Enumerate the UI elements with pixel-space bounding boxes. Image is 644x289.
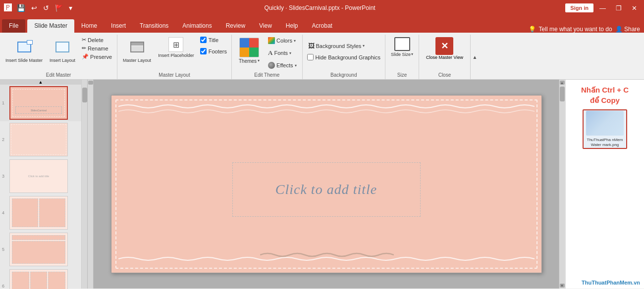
slide-editing-area: Click to add title ▲ ▼	[88, 80, 565, 289]
undo-qat-button[interactable]: ↩	[29, 3, 39, 13]
insert-layout-button[interactable]: Insert Layout	[47, 36, 78, 65]
wavy-top-decoration-2	[118, 107, 535, 115]
slide-thumb-1[interactable]: 1 SlidesCarnival	[0, 85, 81, 121]
insert-slide-master-icon	[15, 37, 33, 57]
tab-file[interactable]: File	[2, 19, 25, 33]
themes-label: Themes	[239, 58, 257, 64]
slide-num-5: 5	[2, 247, 8, 252]
thumb-cell-6c	[48, 272, 65, 289]
edit-theme-content: Themes ▾ Colors ▾ A Fonts ▾ Effec	[235, 36, 299, 71]
background-styles-button[interactable]: 🖼 Background Styles ▾	[306, 41, 382, 51]
slide-size-label: Slide Size	[391, 52, 411, 57]
hide-background-row[interactable]: Hide Background Graphics	[306, 53, 382, 61]
close-master-view-button[interactable]: ✕ Close Master View	[422, 36, 467, 62]
thumb-title-1: SlidesCarnival	[15, 106, 62, 114]
close-group-label: Close	[422, 71, 467, 79]
effects-icon	[268, 62, 275, 69]
slide-thumb-4[interactable]: 4	[0, 194, 81, 231]
footers-checkbox[interactable]	[200, 48, 207, 54]
lightbulb-icon: 💡	[529, 26, 536, 33]
colors-button[interactable]: Colors ▾	[266, 36, 299, 46]
right-panel: Nhấn Ctrl + Cđể Copy ThuThuatPha nMem Wa…	[565, 80, 644, 289]
slide-num-6: 6	[2, 284, 8, 289]
scroll-up-button[interactable]: ▲	[0, 80, 81, 85]
signin-button[interactable]: Sign in	[565, 3, 593, 12]
edit-master-content: Insert Slide Master Insert Layout ✂ Dele…	[3, 36, 114, 71]
preserve-button[interactable]: 📌 Preserve	[80, 52, 114, 61]
tab-review[interactable]: Review	[219, 19, 252, 33]
share-button[interactable]: 👤 Share	[615, 26, 640, 33]
slides-panel: ▲ 1 SlidesCarnival 2 3	[0, 80, 82, 289]
main-vscroll-left[interactable]	[88, 80, 94, 289]
insert-slide-master-label: Insert Slide Master	[5, 58, 43, 63]
theme-options-col: Colors ▾ A Fonts ▾ Effects ▾	[266, 36, 299, 70]
rename-button[interactable]: ✏ Rename	[80, 44, 114, 52]
insert-placeholder-button[interactable]: ⊞ Insert Placeholder	[156, 36, 197, 60]
tab-acrobat[interactable]: Acrobat	[305, 19, 339, 33]
ribbon-group-edit-master: Insert Slide Master Insert Layout ✂ Dele…	[0, 35, 117, 79]
edit-theme-group-label: Edit Theme	[235, 71, 299, 79]
insert-slide-master-button[interactable]: Insert Slide Master	[3, 36, 45, 65]
vscroll-thumb	[560, 87, 565, 101]
watermark-thumbnail[interactable]: ThuThuatPha nMem Water mark.png	[583, 109, 627, 149]
colors-dropdown-arrow: ▾	[294, 39, 296, 43]
tab-animations[interactable]: Animations	[175, 19, 218, 33]
minimize-button[interactable]: —	[596, 3, 609, 13]
layout-icon-shape	[55, 42, 69, 52]
tab-home[interactable]: Home	[74, 19, 104, 33]
master-layout-button[interactable]: Master Layout	[120, 36, 154, 65]
tab-transitions[interactable]: Transitions	[133, 19, 175, 33]
title-placeholder-text: Click to add title	[275, 182, 377, 197]
app-icon: 🅿	[4, 3, 12, 12]
slide-size-icon	[394, 37, 410, 51]
undo-qat-button2[interactable]: ↺	[41, 3, 51, 13]
slide-size-button[interactable]: Slide Size ▾	[388, 36, 416, 58]
titlebar: 🅿 💾 ↩ ↺ 🚩 ▾ Quickly · SlidesCarnival.ppt…	[0, 0, 644, 16]
slide-thumb-img-2	[9, 123, 68, 156]
hide-background-checkbox[interactable]	[307, 54, 314, 60]
tell-me-input[interactable]: Tell me what you want to do	[539, 26, 612, 33]
tab-view[interactable]: View	[252, 19, 279, 33]
master-layout-label: Master Layout	[123, 58, 151, 63]
restore-button[interactable]: ❐	[613, 3, 625, 13]
slide-thumb-5[interactable]: 5	[0, 231, 81, 268]
title-checkbox[interactable]	[200, 37, 207, 43]
effects-button[interactable]: Effects ▾	[266, 60, 299, 70]
qat-flag[interactable]: 🚩	[53, 3, 65, 13]
quick-access-toolbar: 💾 ↩ ↺ 🚩 ▾	[15, 3, 74, 13]
fonts-label: Fonts	[274, 50, 288, 56]
tab-slide-master[interactable]: Slide Master	[27, 19, 74, 33]
thumb-cell-6a	[12, 272, 29, 289]
close-button[interactable]: ✕	[629, 3, 640, 13]
themes-icon	[239, 38, 259, 57]
qat-more-button[interactable]: ▾	[67, 3, 74, 13]
footers-checkbox-row[interactable]: Footers	[199, 47, 228, 55]
slide-thumb-6[interactable]: 6	[0, 268, 81, 289]
ribbon-tabs: File Slide Master Home Insert Transition…	[0, 16, 644, 33]
slide-thumb-3[interactable]: 3 Click to add title	[0, 158, 81, 194]
tab-insert[interactable]: Insert	[104, 19, 133, 33]
title-checkbox-row[interactable]: Title	[199, 36, 228, 44]
tab-help[interactable]: Help	[279, 19, 305, 33]
themes-button[interactable]: Themes ▾	[235, 36, 264, 66]
slide-thumb-2[interactable]: 2	[0, 121, 81, 158]
close-master-view-label: Close Master View	[426, 55, 463, 60]
insert-layout-icon	[54, 37, 71, 57]
ribbon-collapse-button[interactable]: ▲	[470, 35, 479, 79]
title-placeholder[interactable]: Click to add title	[232, 162, 421, 217]
master-layout-icon	[128, 37, 146, 57]
fonts-button[interactable]: A Fonts ▾	[266, 48, 299, 58]
brand-text: ThuThuatPhanMem.vn	[582, 280, 640, 286]
themes-icon-q4	[249, 48, 259, 57]
save-qat-button[interactable]: 💾	[15, 3, 27, 13]
delete-button[interactable]: ✂ Delete	[80, 36, 114, 44]
sidebar-scroll-thumb[interactable]	[82, 88, 87, 102]
sidebar-scrollbar[interactable]	[82, 80, 88, 289]
background-styles-label: Background Styles	[316, 43, 362, 49]
master-layout-shape	[130, 42, 144, 52]
close-content: ✕ Close Master View	[422, 36, 467, 71]
background-options-col: 🖼 Background Styles ▾ Hide Background Gr…	[306, 36, 382, 61]
slide-thumb-img-4	[9, 196, 68, 230]
main-vscroll-right[interactable]: ▲ ▼	[559, 80, 565, 289]
slide-num-4: 4	[2, 210, 8, 215]
